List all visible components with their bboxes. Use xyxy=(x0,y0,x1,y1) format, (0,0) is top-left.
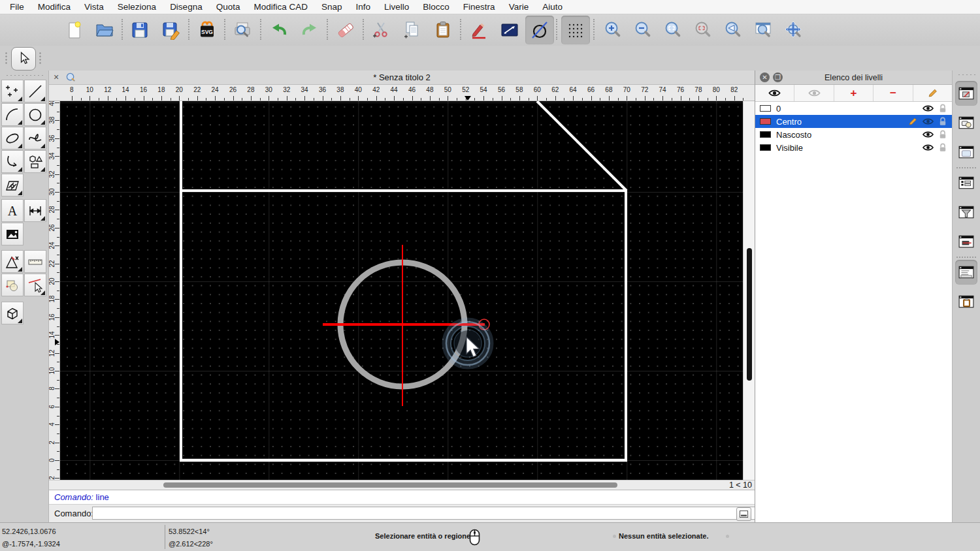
ruler-label: 32 xyxy=(49,169,56,180)
pen-palette-dock-button[interactable] xyxy=(955,229,977,254)
entity-list-dock-button[interactable] xyxy=(955,170,977,195)
layer-row-0[interactable]: 0 xyxy=(755,102,952,115)
cut-button[interactable] xyxy=(367,16,395,44)
menu-seleziona[interactable]: Seleziona xyxy=(118,2,156,12)
zoom-window-button[interactable] xyxy=(749,16,777,44)
menu-snap[interactable]: Snap xyxy=(321,2,342,12)
modify-tool-button[interactable] xyxy=(24,274,46,296)
zoom-back-button[interactable] xyxy=(719,16,747,44)
delete-button[interactable] xyxy=(331,16,360,44)
zoom-in-button[interactable] xyxy=(598,16,627,44)
layer-visibility-icon[interactable] xyxy=(923,131,934,138)
entity-line[interactable] xyxy=(537,101,627,191)
menu-livello[interactable]: Livello xyxy=(384,2,409,12)
menu-vista[interactable]: Vista xyxy=(84,2,104,12)
selection-filter-dock-button[interactable] xyxy=(955,200,977,225)
ellipse-icon xyxy=(5,131,20,146)
arc-tool-button[interactable] xyxy=(1,103,24,126)
dimension-tool-button[interactable] xyxy=(24,199,46,222)
construction-lines-toggle[interactable] xyxy=(525,16,554,44)
ruler-label: 18 xyxy=(157,86,165,93)
cad-entities[interactable] xyxy=(60,101,743,480)
palette-handle[interactable] xyxy=(5,74,43,76)
horizontal-scrollbar-thumb[interactable] xyxy=(163,482,617,488)
command-widget-dock-button[interactable] xyxy=(955,260,977,285)
copy-button[interactable] xyxy=(398,16,427,44)
edit-entity-button[interactable] xyxy=(465,16,493,44)
horizontal-scrollbar[interactable]: 1 < 10 xyxy=(49,480,755,490)
text-tool-button[interactable]: A xyxy=(1,199,24,222)
solid-3d-tool-button[interactable] xyxy=(1,302,24,324)
save-as-button[interactable] xyxy=(157,16,186,44)
layer-lock-icon[interactable] xyxy=(939,143,947,152)
drawing-canvas[interactable] xyxy=(60,101,743,480)
menu-blocco[interactable]: Blocco xyxy=(423,2,449,12)
toolbar-handle[interactable] xyxy=(39,52,41,65)
grid-toggle[interactable] xyxy=(561,16,590,44)
clipboard-dock-button[interactable] xyxy=(955,289,977,314)
circle-tool-button[interactable] xyxy=(24,103,46,126)
show-all-layers-button[interactable] xyxy=(755,85,794,101)
select-tool-button[interactable] xyxy=(11,47,36,71)
drafting-tools-button[interactable] xyxy=(1,250,24,273)
polyline-tool-button[interactable] xyxy=(1,150,24,173)
layer-list-dock-button[interactable] xyxy=(955,81,977,106)
shapes-tool-button[interactable] xyxy=(24,150,46,173)
layer-visibility-icon[interactable] xyxy=(923,144,934,151)
layer-lock-icon[interactable] xyxy=(939,104,947,113)
attributes-button[interactable] xyxy=(495,16,524,44)
hatch-tool-button[interactable] xyxy=(1,174,24,197)
block-tool-button[interactable] xyxy=(1,274,24,296)
remove-layer-button[interactable]: − xyxy=(874,85,913,101)
layer-visibility-icon[interactable] xyxy=(923,104,934,112)
menu-varie[interactable]: Varie xyxy=(509,2,529,12)
menu-finestra[interactable]: Finestra xyxy=(463,2,495,12)
ruler-tick xyxy=(224,98,225,101)
layer-lock-icon[interactable] xyxy=(939,117,947,126)
layer-row-centro[interactable]: Centro xyxy=(755,115,952,128)
new-file-button[interactable] xyxy=(59,16,88,44)
zoom-pan-button[interactable] xyxy=(779,16,808,44)
edit-layer-button[interactable] xyxy=(913,85,952,101)
zoom-previous-button[interactable] xyxy=(689,16,717,44)
menu-modifica[interactable]: Modifica xyxy=(38,2,71,12)
menu-quota[interactable]: Quota xyxy=(216,2,240,12)
menu-disegna[interactable]: Disegna xyxy=(170,2,203,12)
vertical-scrollbar[interactable] xyxy=(743,101,755,480)
layer-row-visibile[interactable]: Visibile xyxy=(755,141,952,154)
menu-file[interactable]: File xyxy=(10,2,24,12)
command-options-button[interactable] xyxy=(736,507,751,521)
line-tool-button[interactable] xyxy=(24,80,46,102)
export-svg-button[interactable]: SVG xyxy=(193,16,221,44)
layer-window-icon xyxy=(958,86,974,101)
open-file-button[interactable] xyxy=(90,16,119,44)
ellipse-tool-button[interactable] xyxy=(1,127,24,150)
redo-button[interactable] xyxy=(295,16,324,44)
construction-pencil-icon[interactable] xyxy=(908,117,917,126)
ruler-tick xyxy=(483,96,484,101)
save-button[interactable] xyxy=(125,16,154,44)
dock-handle[interactable] xyxy=(957,74,977,76)
image-tool-button[interactable] xyxy=(1,223,24,245)
block-list-dock-button[interactable] xyxy=(955,110,977,135)
library-browser-dock-button[interactable] xyxy=(955,140,977,165)
print-preview-button[interactable] xyxy=(228,16,257,44)
measure-tool-button[interactable] xyxy=(24,250,46,273)
menu-aiuto[interactable]: Aiuto xyxy=(542,2,563,12)
paste-button[interactable] xyxy=(429,16,457,44)
zoom-out-button[interactable] xyxy=(629,16,657,44)
vertical-scrollbar-thumb[interactable] xyxy=(747,248,752,381)
undo-button[interactable] xyxy=(265,16,293,44)
hide-all-layers-button[interactable] xyxy=(794,85,834,101)
menu-info[interactable]: Info xyxy=(356,2,371,12)
menu-modifica-cad[interactable]: Modifica CAD xyxy=(253,2,308,12)
layer-visibility-icon[interactable] xyxy=(923,118,934,125)
layer-row-nascosto[interactable]: Nascosto xyxy=(755,128,952,141)
command-input[interactable] xyxy=(92,507,778,520)
points-tool-button[interactable] xyxy=(1,80,24,102)
layer-lock-icon[interactable] xyxy=(939,130,947,139)
toolbar-handle[interactable] xyxy=(5,52,7,65)
spline-tool-button[interactable] xyxy=(24,127,46,150)
add-layer-button[interactable]: + xyxy=(834,85,874,101)
zoom-auto-button[interactable] xyxy=(659,16,687,44)
